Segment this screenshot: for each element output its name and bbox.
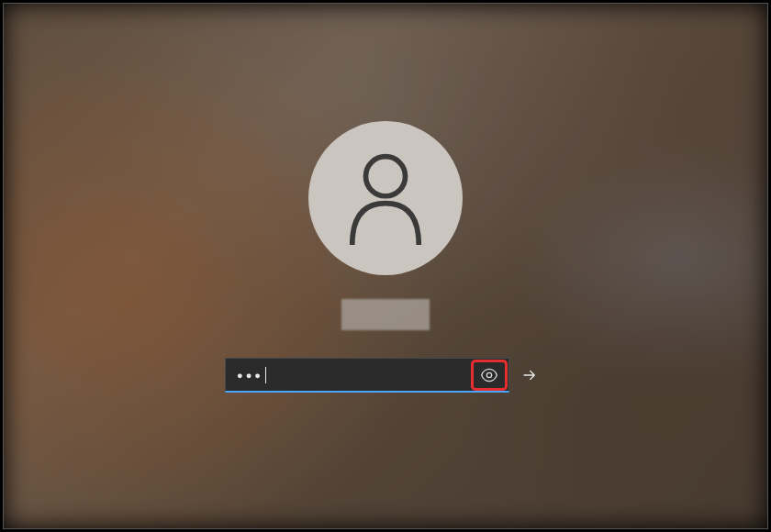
svg-point-1 <box>486 372 491 377</box>
svg-point-0 <box>365 157 405 196</box>
password-row: ●●● <box>225 358 546 393</box>
eye-icon <box>480 366 498 384</box>
submit-button[interactable] <box>513 358 546 393</box>
user-icon <box>343 151 428 245</box>
reveal-password-button[interactable] <box>472 360 507 390</box>
password-masked-value: ●●● <box>237 370 263 381</box>
user-avatar <box>308 121 463 275</box>
arrow-right-icon <box>521 367 538 383</box>
username-label <box>341 299 430 330</box>
password-field-container: ●●● <box>225 358 509 393</box>
text-cursor <box>265 367 266 383</box>
password-input[interactable]: ●●● <box>226 367 266 383</box>
login-panel: ●●● <box>225 121 546 393</box>
